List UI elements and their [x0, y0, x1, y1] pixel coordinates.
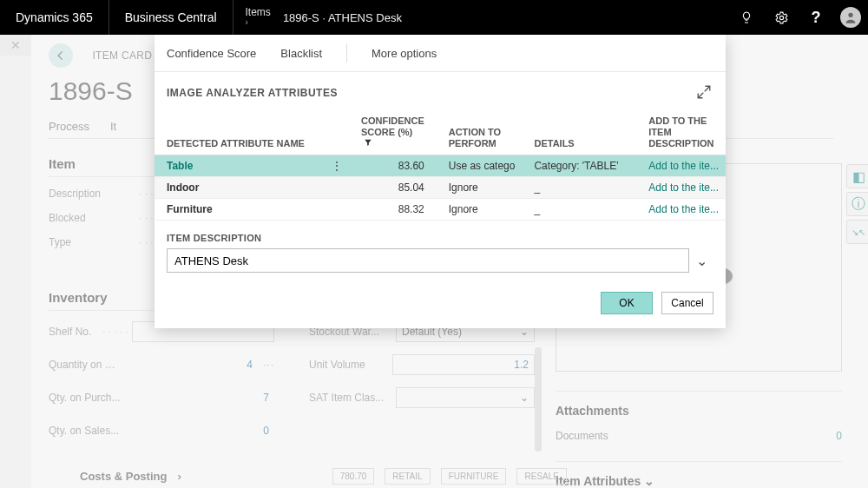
- cell-details[interactable]: _: [522, 177, 636, 199]
- cell-confidence: 85.04: [349, 177, 437, 199]
- breadcrumb-top: Items: [246, 7, 271, 17]
- tab-confidence-score[interactable]: Confidence Score: [167, 47, 256, 60]
- cell-action[interactable]: Ignore: [437, 199, 523, 221]
- ok-button[interactable]: OK: [601, 292, 653, 314]
- user-avatar[interactable]: [833, 0, 868, 35]
- col-details[interactable]: DETAILS: [522, 110, 636, 155]
- cell-add-link[interactable]: Add to the ite...: [648, 181, 719, 194]
- gear-icon[interactable]: [764, 0, 799, 35]
- col-add-description[interactable]: ADD TO THEITEMDESCRIPTION: [636, 110, 726, 155]
- expand-modal-icon[interactable]: [696, 84, 713, 102]
- cell-details[interactable]: Category: 'TABLE': [522, 155, 636, 177]
- table-row[interactable]: Table ⋮ 83.60 Use as catego Category: 'T…: [155, 155, 726, 177]
- cell-add-link[interactable]: Add to the ite...: [648, 203, 719, 215]
- row-menu-icon[interactable]: ⋮: [319, 155, 349, 177]
- app-topbar: Dynamics 365 Business Central Items › 18…: [0, 0, 868, 35]
- cell-details[interactable]: _: [522, 199, 636, 221]
- filter-icon[interactable]: [364, 138, 372, 147]
- cell-name: Table: [155, 155, 319, 177]
- brand-dynamics[interactable]: Dynamics 365: [0, 0, 109, 35]
- col-attribute-name[interactable]: DETECTED ATTRIBUTE NAME: [155, 110, 319, 155]
- description-dropdown-icon[interactable]: ⌄: [689, 248, 713, 273]
- breadcrumb-item[interactable]: 1896-S · ATHENS Desk: [283, 11, 402, 24]
- input-item-description[interactable]: [167, 248, 689, 273]
- breadcrumb[interactable]: Items ›: [233, 7, 283, 28]
- help-icon[interactable]: ?: [799, 0, 833, 35]
- cell-name: Furniture: [155, 199, 319, 221]
- cell-add-link[interactable]: Add to the ite...: [648, 160, 719, 172]
- modal-title: IMAGE ANALYZER ATTRIBUTES: [167, 87, 338, 99]
- cell-action[interactable]: Ignore: [437, 177, 523, 199]
- divider: [346, 43, 347, 63]
- tab-blacklist[interactable]: Blacklist: [280, 47, 322, 60]
- svg-point-0: [779, 16, 783, 19]
- search-lightbulb-icon[interactable]: [729, 0, 764, 35]
- tab-more-options[interactable]: More options: [372, 47, 437, 60]
- row-menu-placeholder: [319, 177, 349, 199]
- cell-confidence: 83.60: [349, 155, 437, 177]
- brand-business-central[interactable]: Business Central: [109, 0, 233, 35]
- label-item-description: ITEM DESCRIPTION: [167, 233, 713, 243]
- svg-point-1: [848, 13, 852, 17]
- col-action[interactable]: ACTION TOPERFORM: [437, 110, 523, 155]
- cell-confidence: 88.32: [349, 199, 437, 221]
- modal-action-bar: Confidence Score Blacklist More options: [155, 35, 726, 72]
- attributes-grid: DETECTED ATTRIBUTE NAME CONFIDENCE SCORE…: [155, 110, 726, 221]
- cell-action[interactable]: Use as catego: [437, 155, 523, 177]
- cancel-button[interactable]: Cancel: [661, 292, 713, 314]
- image-analyzer-modal: Confidence Score Blacklist More options …: [155, 35, 726, 328]
- row-menu-placeholder: [319, 199, 349, 221]
- table-row[interactable]: Furniture 88.32 Ignore _ Add to the ite.…: [155, 199, 726, 221]
- table-row[interactable]: Indoor 85.04 Ignore _ Add to the ite...: [155, 177, 726, 199]
- cell-name: Indoor: [155, 177, 319, 199]
- col-confidence[interactable]: CONFIDENCE SCORE (%): [349, 110, 437, 155]
- col-row-actions: [319, 110, 349, 155]
